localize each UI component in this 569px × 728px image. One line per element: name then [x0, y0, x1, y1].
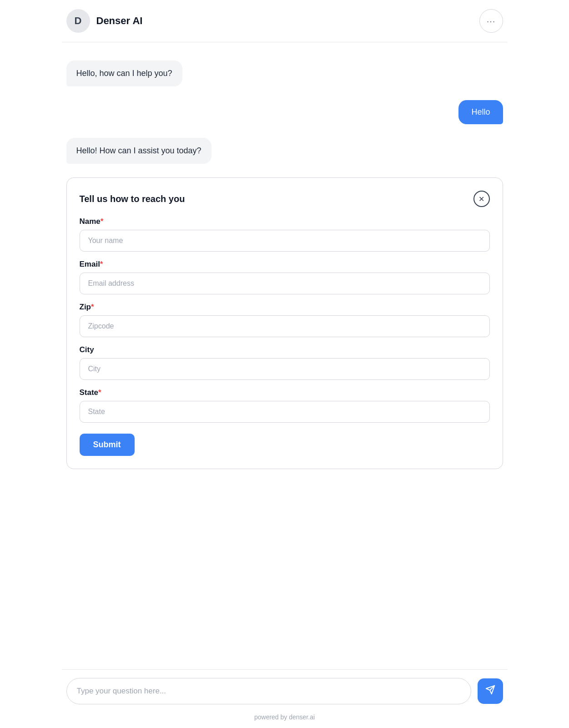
messages-area: Hello, how can I help you? Hello Hello! … — [62, 42, 508, 669]
email-label: Email* — [80, 260, 490, 269]
name-required-star: * — [101, 217, 104, 226]
email-field-group: Email* — [80, 260, 490, 294]
zip-required-star: * — [91, 303, 94, 311]
send-button[interactable] — [478, 678, 503, 704]
state-input[interactable] — [80, 401, 490, 423]
question-input[interactable] — [66, 678, 471, 704]
email-required-star: * — [100, 260, 103, 268]
bot-message-2: Hello! How can I assist you today? — [66, 138, 211, 164]
header-title: Denser AI — [96, 15, 143, 27]
contact-form-card: Tell us how to reach you ✕ Name* Email* — [66, 177, 503, 469]
user-message-1-text: Hello — [471, 107, 490, 116]
city-input[interactable] — [80, 358, 490, 380]
avatar: D — [66, 9, 90, 33]
bot-message-1: Hello, how can I help you? — [66, 61, 182, 86]
form-header: Tell us how to reach you ✕ — [80, 191, 490, 207]
name-input[interactable] — [80, 230, 490, 252]
close-icon: ✕ — [478, 195, 484, 203]
header-left: D Denser AI — [66, 9, 143, 33]
chat-container: D Denser AI ··· Hello, how can I help yo… — [62, 0, 508, 728]
state-required-star: * — [98, 388, 101, 397]
submit-label: Submit — [93, 440, 121, 449]
state-label: State* — [80, 388, 490, 397]
bot-message-2-text: Hello! How can I assist you today? — [76, 146, 201, 155]
user-message-1: Hello — [458, 100, 503, 124]
more-options-button[interactable]: ··· — [479, 9, 503, 33]
zip-field-group: Zip* — [80, 303, 490, 337]
city-label: City — [80, 345, 490, 354]
bottom-input-area — [62, 669, 508, 710]
zip-label: Zip* — [80, 303, 490, 312]
zip-input[interactable] — [80, 315, 490, 337]
chat-header: D Denser AI ··· — [62, 0, 508, 42]
submit-button[interactable]: Submit — [80, 434, 135, 456]
more-icon: ··· — [487, 16, 496, 26]
send-icon — [485, 685, 495, 698]
state-field-group: State* — [80, 388, 490, 423]
city-field-group: City — [80, 345, 490, 380]
form-title: Tell us how to reach you — [80, 194, 185, 204]
powered-by: powered by denser.ai — [62, 710, 508, 728]
name-field-group: Name* — [80, 217, 490, 252]
name-label: Name* — [80, 217, 490, 226]
form-close-button[interactable]: ✕ — [473, 191, 490, 207]
email-input[interactable] — [80, 273, 490, 294]
avatar-letter: D — [75, 15, 82, 27]
bot-message-1-text: Hello, how can I help you? — [76, 69, 172, 78]
